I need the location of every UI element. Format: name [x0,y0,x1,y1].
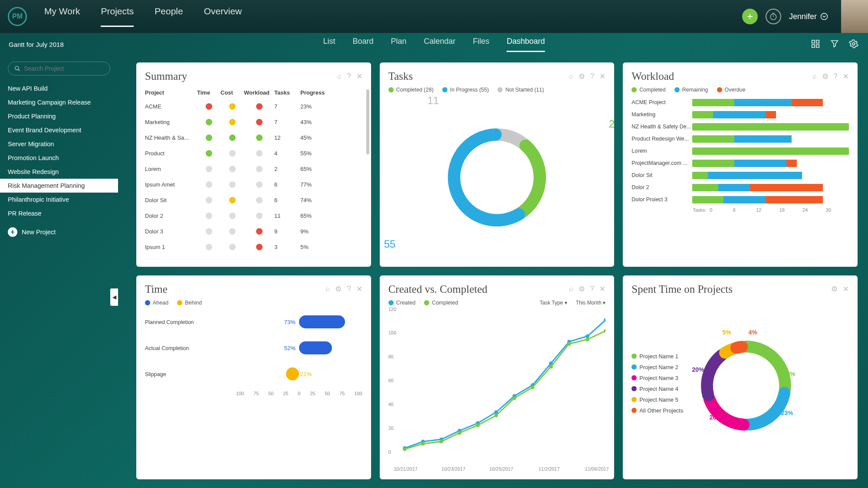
workload-row: NZ Health & Safety De... [631,121,849,133]
help-icon[interactable]: ? [590,285,594,294]
card-cvc: Created vs. Completed ⌕ ⚙ ? ✕ CreatedCom… [380,275,615,480]
user-name: Jennifer [789,12,817,21]
nav-overview[interactable]: Overview [204,6,242,27]
subnav-plan[interactable]: Plan [391,37,406,52]
gear-icon[interactable]: ⚙ [579,285,585,294]
workload-row: Dolor Sit [631,169,849,181]
user-menu[interactable]: Jennifer [789,12,828,21]
nav-projects[interactable]: Projects [101,6,134,27]
nav-my-work[interactable]: My Work [44,6,80,27]
breadcrumb: Gantt for July 2018 [9,41,64,48]
sidebar-item[interactable]: Server Migration [0,137,118,151]
donut-label-notstarted: 11 [427,95,439,107]
timer-button[interactable] [766,9,781,24]
close-icon[interactable]: ✕ [356,285,362,294]
nav-people[interactable]: People [155,6,183,27]
legend-item: In Progress (55) [442,87,489,93]
subnav-files[interactable]: Files [473,37,490,52]
search-icon[interactable]: ⌕ [337,72,342,81]
close-icon[interactable]: ✕ [599,72,605,81]
card-summary: Summary ⌕ ? ✕ ProjectTimeCostWorkloadTas… [136,62,371,267]
sidebar-item[interactable]: Philanthropic Initiative [0,193,118,206]
svg-point-28 [549,364,553,368]
sidebar-item[interactable]: Product Planning [0,109,118,123]
search-icon[interactable]: ⌕ [569,285,573,294]
subnav-calendar[interactable]: Calendar [424,37,455,52]
period-dropdown[interactable]: This Month ▾ [576,300,606,306]
help-icon[interactable]: ? [590,72,594,81]
help-icon[interactable]: ? [834,72,838,81]
sidebar-item[interactable]: PR Release [0,206,118,220]
table-row[interactable]: NZ Health & Sa...1245% [145,130,362,145]
gear-icon[interactable]: ⚙ [335,285,342,294]
gear-icon[interactable]: ⚙ [579,72,585,81]
donut-label-completed: 28 [609,118,615,130]
sidebar-item[interactable]: Marketing Campaign Release [0,95,118,109]
card-title: Created vs. Completed [388,283,487,295]
collapse-sidebar-button[interactable]: ◀ [110,288,118,306]
plus-icon: + [8,227,17,237]
table-row[interactable]: Ipsum Amet677% [145,177,362,192]
gear-icon[interactable]: ⚙ [822,72,829,81]
svg-point-21 [421,442,425,445]
svg-point-22 [439,439,443,443]
time-row: Planned Completion73% [145,309,362,335]
tasks-donut: 11 28 55 [388,96,606,259]
table-row[interactable]: Ipsum 135% [145,239,362,255]
grid-view-icon[interactable] [811,39,821,49]
close-icon[interactable]: ✕ [843,285,849,294]
svg-point-20 [403,447,407,451]
search-input[interactable] [8,62,110,75]
search-icon[interactable]: ⌕ [569,72,573,81]
card-title: Spent Time on Projects [631,283,733,295]
task-type-dropdown[interactable]: Task Type ▾ [539,300,567,306]
sidebar-item[interactable]: Risk Management Planning [0,179,118,193]
close-icon[interactable]: ✕ [843,72,849,81]
workload-row: Lorem [631,145,849,157]
legend-item: Not Started (11) [497,87,544,93]
sidebar-item[interactable]: Promotion Launch [0,151,118,165]
close-icon[interactable]: ✕ [599,285,605,294]
search-icon[interactable]: ⌕ [812,72,817,81]
gear-icon[interactable]: ⚙ [831,285,838,294]
table-row[interactable]: ACME723% [145,98,362,114]
filter-icon[interactable] [830,39,840,49]
table-row[interactable]: Marketing743% [145,114,362,130]
svg-rect-5 [816,45,819,47]
card-spent: Spent Time on Projects ⚙ ✕ Project Name … [623,275,858,480]
svg-point-6 [852,43,855,45]
subnav-board[interactable]: Board [352,37,373,52]
workload-row: ACME Project [631,96,849,108]
svg-point-24 [476,423,480,427]
new-project-button[interactable]: + New Project [0,224,118,240]
card-time: Time ⌕ ⚙ ? ✕ AheadBehind Planned Complet… [136,275,371,480]
help-icon[interactable]: ? [347,72,351,81]
avatar[interactable] [841,0,868,33]
subnav-dashboard[interactable]: Dashboard [507,37,545,52]
svg-point-7 [15,66,19,70]
help-icon[interactable]: ? [347,285,351,294]
card-title: Time [145,283,168,295]
add-button[interactable]: + [742,9,758,24]
subnav-list[interactable]: List [323,37,335,52]
workload-row: Dolor Proiect 3 [631,193,849,206]
app-logo[interactable]: PM [8,7,27,26]
scrollbar[interactable] [366,89,369,154]
sidebar-item[interactable]: Event Brand Development [0,123,118,137]
table-row[interactable]: Product455% [145,145,362,161]
settings-icon[interactable] [849,39,859,49]
table-row[interactable]: Dolor 399% [145,223,362,239]
table-row[interactable]: Dolor 21165% [145,208,362,223]
search-icon[interactable]: ⌕ [326,285,330,294]
sidebar-item[interactable]: New API Build [0,82,118,95]
svg-point-25 [494,413,498,417]
table-row[interactable]: Lorem265% [145,161,362,177]
svg-point-18 [585,334,589,338]
spent-donut: 28%23%20%20%5%4% [692,331,800,440]
card-title: Summary [145,70,187,82]
sidebar: New API BuildMarketing Campaign ReleaseP… [0,56,118,488]
close-icon[interactable]: ✕ [356,72,362,81]
svg-point-23 [457,431,461,435]
sidebar-item[interactable]: Website Redesign [0,165,118,179]
table-row[interactable]: Dolor Sit674% [145,192,362,208]
